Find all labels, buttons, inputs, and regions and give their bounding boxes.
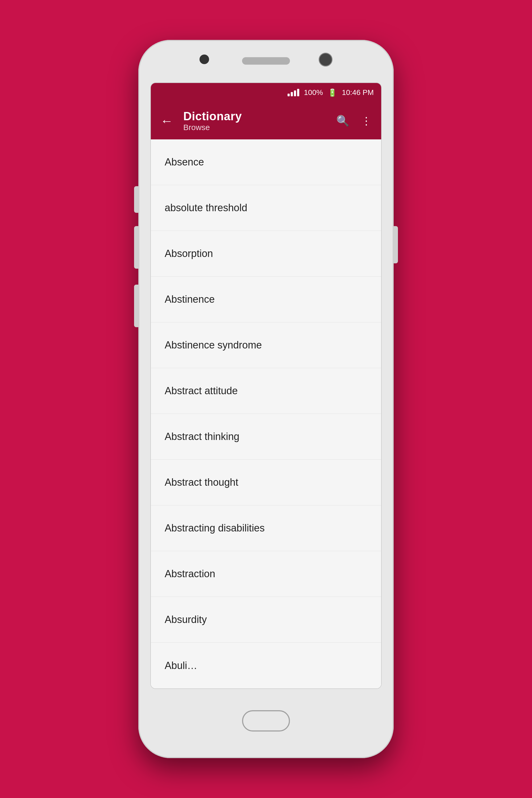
app-bar: ← Dictionary Browse 🔍 ⋮	[151, 102, 381, 139]
list-item-text: Abstract thought	[165, 477, 238, 488]
signal-icon	[288, 89, 299, 96]
app-bar-title: Dictionary	[183, 110, 330, 123]
app-bar-title-group: Dictionary Browse	[180, 110, 330, 132]
more-options-button[interactable]: ⋮	[358, 112, 375, 129]
back-button[interactable]: ←	[157, 111, 176, 130]
list-item[interactable]: Abstinence syndrome	[151, 322, 381, 368]
list-item[interactable]: Abstinence	[151, 277, 381, 322]
list-item-text: absolute threshold	[165, 202, 247, 214]
power-button[interactable]	[393, 226, 398, 263]
list-item-text: Absence	[165, 156, 204, 168]
list-item[interactable]: absolute threshold	[151, 185, 381, 231]
list-item-text: Abstraction	[165, 568, 215, 580]
list-item-text: Absorption	[165, 248, 213, 259]
list-item-text: Abuli…	[165, 660, 197, 671]
list-item-text: Abstract thinking	[165, 431, 240, 442]
phone-bottom	[138, 689, 394, 758]
volume-down-button[interactable]	[134, 226, 139, 269]
list-item[interactable]: Absorption	[151, 231, 381, 277]
list-item[interactable]: Abstraction	[151, 551, 381, 597]
list-item-text: Abstinence syndrome	[165, 339, 262, 351]
status-bar-content: 100% 🔋 10:46 PM	[288, 88, 374, 97]
front-sensor	[200, 55, 209, 64]
volume-up-button[interactable]	[134, 186, 139, 213]
list-item[interactable]: Absence	[151, 139, 381, 185]
list-item-text: Absurdity	[165, 614, 207, 625]
list-item[interactable]: Abstracting disabilities	[151, 506, 381, 551]
app-bar-subtitle: Browse	[183, 123, 330, 132]
camera-button[interactable]	[134, 285, 139, 327]
search-button[interactable]: 🔍	[334, 112, 352, 129]
signal-bar-2	[291, 92, 293, 96]
phone-top	[138, 40, 394, 82]
signal-bar-1	[288, 94, 290, 96]
signal-bar-4	[297, 89, 299, 96]
app-bar-actions: 🔍 ⋮	[334, 112, 375, 129]
list-item-text: Abstracting disabilities	[165, 522, 265, 534]
list-item[interactable]: Abstract attitude	[151, 368, 381, 414]
list-item-text: Abstract attitude	[165, 385, 238, 397]
status-bar: 100% 🔋 10:46 PM	[151, 83, 381, 102]
battery-icon: 🔋	[328, 88, 337, 97]
phone-screen: 100% 🔋 10:46 PM ← Dictionary Browse 🔍 ⋮	[150, 82, 382, 689]
home-button[interactable]	[242, 710, 290, 732]
list-item-text: Abstinence	[165, 294, 215, 305]
battery-text: 100%	[304, 88, 323, 97]
earpiece-speaker	[242, 57, 290, 65]
phone-frame: 100% 🔋 10:46 PM ← Dictionary Browse 🔍 ⋮	[138, 40, 394, 758]
front-camera	[319, 53, 332, 66]
list-item[interactable]: Absurdity	[151, 597, 381, 643]
dictionary-list: Absence absolute threshold Absorption Ab…	[151, 139, 381, 688]
list-item[interactable]: Abstract thinking	[151, 414, 381, 460]
list-item[interactable]: Abuli…	[151, 643, 381, 688]
signal-bar-3	[294, 91, 296, 96]
time-text: 10:46 PM	[342, 88, 374, 97]
list-item[interactable]: Abstract thought	[151, 460, 381, 506]
